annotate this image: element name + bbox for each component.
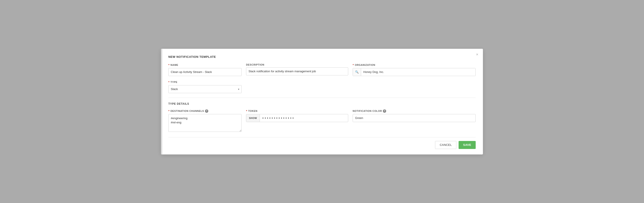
organization-field-group: * ORGANIZATION 🔍 [353,63,476,76]
close-button[interactable]: × [475,52,479,57]
token-input-wrapper: SHOW •••••••••••••• [246,114,348,122]
name-required-star: * [168,63,170,67]
modal-left-bar [161,49,162,154]
org-required-star: * [353,63,354,67]
name-label: * NAME [168,63,242,67]
row-type-field: * TYPE Slack Email Webhook PagerDuty Hip… [168,81,476,93]
notification-template-modal: × NEW NOTIFICATION TEMPLATE * NAME DESCR… [161,49,483,154]
dest-required-star: * [168,109,170,113]
notification-color-group: NOTIFICATION COLOR ? [353,109,476,122]
organization-label: * ORGANIZATION [353,63,476,67]
type-details-title: TYPE DETAILS [168,102,476,105]
destination-channels-help-icon[interactable]: ? [205,109,208,113]
notification-color-label: NOTIFICATION COLOR ? [353,109,476,113]
org-input-wrapper: 🔍 [353,68,476,76]
token-value: •••••••••••••• [260,116,348,120]
token-field-group: * TOKEN SHOW •••••••••••••• [246,109,348,122]
modal-overlay: × NEW NOTIFICATION TEMPLATE * NAME DESCR… [0,0,644,203]
name-field-group: * NAME [168,63,242,76]
destination-channels-label: * DESTINATION CHANNELS ? [168,109,242,113]
close-icon: × [476,52,478,57]
token-required-star: * [246,109,248,113]
type-required-star: * [168,81,170,84]
notification-color-input[interactable] [353,114,476,122]
type-details-row: * DESTINATION CHANNELS ? #engineering #r… [168,109,476,132]
section-divider [168,98,476,98]
type-select[interactable]: Slack Email Webhook PagerDuty HipChat IR… [168,85,242,93]
type-field-group: * TYPE Slack Email Webhook PagerDuty Hip… [168,81,242,93]
save-button[interactable]: SAVE [458,141,476,149]
name-input[interactable] [168,68,242,76]
token-label: * TOKEN [246,109,348,113]
org-search-icon: 🔍 [353,68,361,76]
description-label: DESCRIPTION [246,63,348,66]
cancel-button[interactable]: CANCEL [435,141,456,149]
modal-footer: CANCEL SAVE [168,137,476,149]
type-label: * TYPE [168,81,242,84]
destination-channels-input[interactable]: #engineering #rel-eng [168,114,242,132]
notification-color-help-icon[interactable]: ? [383,109,386,113]
description-field-group: DESCRIPTION [246,63,348,76]
type-select-wrapper: Slack Email Webhook PagerDuty HipChat IR… [168,85,242,93]
destination-channels-group: * DESTINATION CHANNELS ? #engineering #r… [168,109,242,132]
modal-title: NEW NOTIFICATION TEMPLATE [168,55,476,59]
description-input[interactable] [246,67,348,75]
token-show-button[interactable]: SHOW [246,114,260,122]
row-main-fields: * NAME DESCRIPTION * ORGANIZATION 🔍 [168,63,476,76]
organization-input[interactable] [361,68,476,76]
